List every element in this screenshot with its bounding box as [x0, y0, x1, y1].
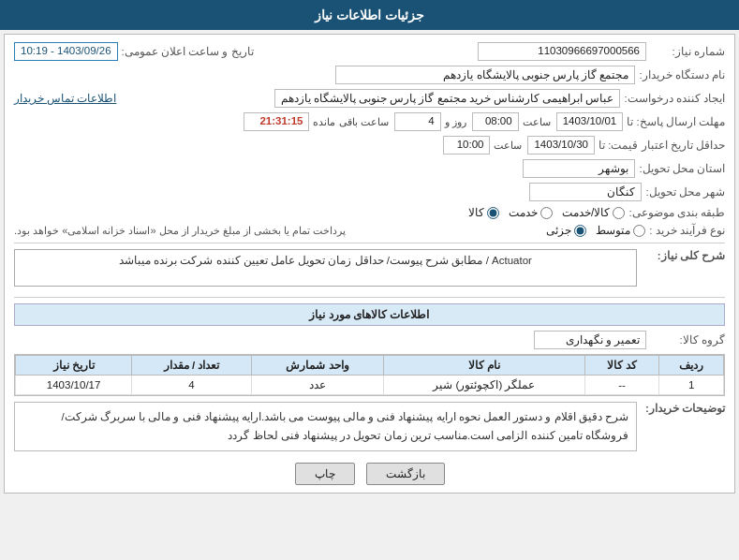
page-header: جزئیات اطلاعات نیاز [0, 0, 739, 30]
col-radif: ردیف [659, 356, 724, 376]
tabaghe-kalaKhadamat-radio[interactable] [613, 207, 625, 219]
tabaghe-radio-group: کالا/خدمت خدمت کالا [468, 206, 625, 219]
noeFarayand-jozi-item: جزئی [546, 224, 586, 237]
shahr-value: کنگان [529, 183, 642, 201]
tabaghe-khadamat-label: خدمت [509, 206, 538, 219]
sharh-row: شرح کلی نیاز: Actuator / مطابق شرح پیوست… [14, 249, 725, 291]
ijadKonande-row: ایجاد کننده درخواست: عباس ابراهیمی کارشن… [14, 89, 725, 108]
noeFarayand-jozi-radio[interactable] [574, 225, 586, 237]
mohlat-saat-label: ساعت [523, 116, 551, 128]
col-name: نام کالا [384, 356, 585, 376]
divider-1 [14, 243, 725, 243]
shomareNiaz-row: شماره نیاز: 11030966697000566 تاریخ و سا… [14, 42, 725, 61]
hadaqal-saat-value: 10:00 [443, 136, 490, 155]
col-tarikh: تاریخ نیاز [16, 356, 132, 376]
mohlat-baghimande-label: ساعت باقی مانده [313, 116, 388, 128]
namDastgah-row: نام دستگاه خریدار: مجتمع گاز پارس جنوبی … [14, 66, 725, 84]
ijadKonande-label: ایجاد کننده درخواست: [624, 92, 725, 105]
noeFarayand-jozi-label: جزئی [546, 224, 571, 237]
tabaghe-kala-radio[interactable] [487, 207, 499, 219]
ostan-label: استان محل تحویل: [639, 162, 725, 175]
mohlat-roz-label: روز و [445, 116, 466, 128]
sharh-label: شرح کلی نیاز: [641, 249, 725, 262]
tabaghe-row: طبقه بندی موضوعی: کالا/خدمت خدمت کالا [14, 206, 725, 219]
ettelaatTamas-link[interactable]: اطلاعات تماس خریدار [14, 92, 116, 105]
ostan-value: بوشهر [523, 159, 635, 178]
cell-tedad: 4 [132, 376, 252, 395]
bazgasht-button[interactable]: بازگشت [366, 463, 445, 485]
noeFarayand-motovaset-label: متوسط [596, 224, 630, 237]
items-table-container: ردیف کد کالا نام کالا واحد شمارش تعداد /… [14, 354, 725, 396]
shahr-row: شهر محل تحویل: کنگان [14, 183, 725, 201]
col-kod: کد کالا [584, 356, 659, 376]
grohe-row: گروه کالا: تعمیر و نگهداری [14, 331, 725, 349]
mohlat-label: مهلت ارسال پاسخ: تا [627, 115, 725, 128]
tozihaat-row: توضیحات خریدار: شرح دقیق اقلام و دستور ا… [14, 402, 725, 457]
tabaghe-kala-item: کالا [468, 206, 499, 219]
tabaghe-kalaKhadamat-item: کالا/خدمت [562, 206, 625, 219]
taarikh-label: تاریخ و ساعت اعلان عمومی: [122, 45, 254, 58]
chap-button[interactable]: چاپ [295, 463, 355, 485]
tabaghe-kalaKhadamat-label: کالا/خدمت [562, 206, 610, 219]
items-table: ردیف کد کالا نام کالا واحد شمارش تعداد /… [15, 355, 724, 395]
tozihaat-value: شرح دقیق اقلام و دستور العمل نحوه ارایه … [14, 402, 637, 451]
ijadKonande-value: عباس ابراهیمی کارشناس خرید مجتمع گاز پار… [274, 89, 621, 108]
hadaqal-saat-label: ساعت [494, 140, 522, 152]
tozihaat-label: توضیحات خریدار: [641, 402, 725, 415]
noeFarayand-label: نوع فرآیند خرید : [649, 224, 725, 237]
cell-name: عملگر (اکچوئتور) شیر [384, 376, 585, 395]
mohlat-date: 1403/10/01 [556, 112, 624, 131]
noeFarayand-motovaset-item: متوسط [596, 224, 645, 237]
divider-2 [14, 297, 725, 298]
cell-vahed: عدد [251, 376, 383, 395]
noeFarayand-row: نوع فرآیند خرید : متوسط جزئی پرداخت تمام… [14, 224, 725, 237]
col-tedad: تعداد / مقدار [132, 356, 252, 376]
namDastgah-label: نام دستگاه خریدار: [639, 68, 725, 81]
sharh-value: Actuator / مطابق شرح پیوست/ حداقل زمان ت… [14, 249, 637, 287]
tabaghe-khadamat-radio[interactable] [540, 207, 553, 219]
mohlat-saat-value: 08:00 [472, 112, 519, 131]
shahr-label: شهر محل تحویل: [645, 185, 725, 199]
noeFarayand-motovaset-radio[interactable] [633, 225, 645, 237]
namDastgah-value: مجتمع گاز پارس جنوبی پالایشگاه یازدهم [335, 66, 635, 84]
mohlat-row: مهلت ارسال پاسخ: تا 1403/10/01 ساعت 08:0… [14, 112, 725, 131]
tabaghe-khadamat-item: خدمت [509, 206, 553, 219]
cell-kod: -- [584, 376, 659, 395]
table-row: 1 -- عملگر (اکچوئتور) شیر عدد 4 1403/10/… [16, 376, 724, 395]
col-vahed: واحد شمارش [251, 356, 383, 376]
hadaqal-label: حداقل تاریخ اعتبار قیمت: تا [599, 139, 725, 152]
noeFarayand-radio-group: متوسط جزئی [546, 224, 645, 237]
cell-tarikh: 1403/10/17 [16, 376, 132, 395]
tabaghe-label: طبقه بندی موضوعی: [628, 206, 725, 219]
main-content: شماره نیاز: 11030966697000566 تاریخ و سا… [4, 34, 735, 494]
table-header-row: ردیف کد کالا نام کالا واحد شمارش تعداد /… [16, 356, 724, 376]
grohe-value: تعمیر و نگهداری [534, 331, 646, 349]
hadaqal-row: حداقل تاریخ اعتبار قیمت: تا 1403/10/30 س… [14, 136, 725, 155]
page-container: جزئیات اطلاعات نیاز شماره نیاز: 11030966… [0, 0, 739, 560]
cell-radif: 1 [659, 376, 724, 395]
mohlat-roz-value: 4 [394, 112, 441, 131]
mohlat-baghimande-value: 21:31:15 [244, 112, 309, 131]
description-purchase: پرداخت تمام یا بخشی از مبلغ خریدار از مح… [14, 225, 346, 237]
shomareNiaz-value: 11030966697000566 [478, 42, 646, 61]
grohe-label: گروه کالا: [650, 333, 725, 346]
button-row: بازگشت چاپ [14, 463, 725, 485]
header-title: جزئیات اطلاعات نیاز [315, 7, 424, 22]
tabaghe-kala-label: کالا [468, 206, 484, 219]
shomareNiaz-label: شماره نیاز: [650, 45, 725, 58]
taarikh-value: 1403/09/26 - 10:19 [14, 42, 118, 61]
hadaqal-date: 1403/10/30 [527, 136, 595, 155]
ettelaat-section-title: اطلاعات کالاهای مورد نیاز [14, 303, 725, 326]
ostan-row: استان محل تحویل: بوشهر [14, 159, 725, 178]
